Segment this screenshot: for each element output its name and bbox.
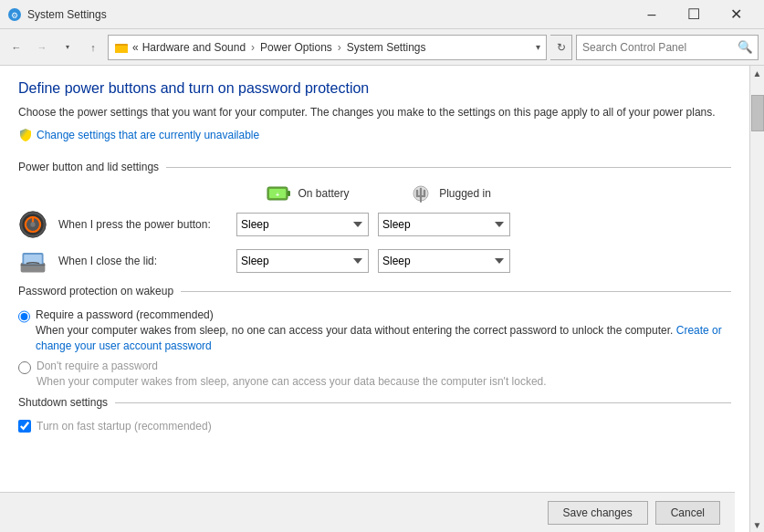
password-section: Require a password (recommended) When yo…: [18, 308, 731, 389]
dont-require-label: Don't require a password: [37, 360, 547, 372]
breadcrumb-hardware[interactable]: «: [132, 41, 139, 54]
shutdown-section-title: Shutdown settings: [18, 396, 108, 409]
address-bar: « Hardware and Sound › Power Options › S…: [108, 35, 547, 60]
change-settings-link[interactable]: Change settings that are currently unava…: [18, 128, 259, 142]
window-title: System Settings: [27, 8, 631, 21]
power-button-section-title: Power button and lid settings: [18, 161, 159, 173]
column-headers: + On battery Plugged in: [237, 184, 731, 203]
require-password-option: Require a password (recommended) When yo…: [18, 308, 731, 354]
dont-require-desc: When your computer wakes from sleep, any…: [37, 374, 547, 390]
scroll-down-button[interactable]: ▼: [750, 517, 765, 532]
power-button-icon: [18, 210, 47, 239]
up-button[interactable]: ↑: [82, 37, 104, 58]
require-password-content: Require a password (recommended) When yo…: [36, 308, 731, 354]
scrollbar-thumb[interactable]: [751, 95, 764, 131]
dont-require-password-radio[interactable]: [18, 361, 31, 374]
svg-text:⚙: ⚙: [11, 11, 18, 20]
fast-startup-row: Turn on fast startup (recommended): [18, 420, 731, 433]
power-button-row: When I press the power button: Sleep Hib…: [18, 210, 731, 239]
fast-startup-checkbox[interactable]: [18, 420, 31, 433]
fast-startup-label: Turn on fast startup (recommended): [37, 420, 212, 433]
breadcrumb-current: System Settings: [347, 41, 426, 54]
shutdown-section-divider: [115, 402, 731, 403]
back-button[interactable]: ←: [5, 37, 27, 58]
close-button[interactable]: ✕: [715, 0, 757, 29]
title-bar: ⚙ System Settings – ☐ ✕: [0, 0, 764, 29]
change-settings-label: Change settings that are currently unava…: [37, 129, 259, 141]
refresh-button[interactable]: ↻: [550, 35, 572, 60]
battery-icon: +: [267, 184, 292, 203]
lid-close-plugged-in-select[interactable]: Sleep Hibernate Shut down Turn off the d…: [378, 249, 510, 273]
maximize-button[interactable]: ☐: [673, 0, 715, 29]
lid-close-on-battery-select[interactable]: Sleep Hibernate Shut down Turn off the d…: [236, 249, 369, 273]
dont-require-password-option: Don't require a password When your compu…: [18, 360, 731, 390]
on-battery-header: + On battery: [237, 184, 379, 203]
svg-rect-5: [288, 191, 290, 196]
shield-uac-icon: [18, 128, 33, 142]
on-battery-label: On battery: [298, 187, 349, 200]
cancel-button[interactable]: Cancel: [655, 501, 720, 525]
page-title: Define power buttons and turn on passwor…: [18, 80, 731, 97]
svg-text:+: +: [276, 192, 279, 198]
breadcrumb-hardware-text[interactable]: Hardware and Sound: [142, 41, 246, 54]
main-content: Define power buttons and turn on passwor…: [0, 66, 749, 532]
search-button[interactable]: 🔍: [732, 36, 758, 59]
save-changes-button[interactable]: Save changes: [548, 501, 648, 525]
forward-button[interactable]: →: [31, 37, 53, 58]
password-section-title: Password protection on wakeup: [18, 285, 173, 297]
svg-rect-3: [115, 46, 128, 53]
plugged-in-label: Plugged in: [439, 187, 491, 200]
bottom-bar: Save changes Cancel: [0, 492, 735, 532]
require-password-desc: When your computer wakes from sleep, no …: [36, 323, 731, 354]
section-divider: [166, 167, 731, 168]
folder-icon: [114, 40, 129, 55]
breadcrumb-sep-2: ›: [338, 41, 341, 54]
content-wrapper: Define power buttons and turn on passwor…: [0, 66, 764, 532]
nav-bar: ← → ▾ ↑ « Hardware and Sound › Power Opt…: [0, 29, 764, 66]
scrollbar: ▲ ▼: [749, 66, 764, 532]
power-button-selects: Sleep Hibernate Shut down Turn off the d…: [236, 213, 510, 236]
lid-close-row: When I close the lid: Sleep Hibernate Sh…: [18, 246, 731, 276]
search-box: 🔍: [576, 35, 759, 60]
power-button-on-battery-select[interactable]: Sleep Hibernate Shut down Turn off the d…: [236, 213, 369, 236]
power-button-section-header: Power button and lid settings: [18, 161, 731, 173]
recent-pages-button[interactable]: ▾: [57, 37, 78, 58]
page-description: Choose the power settings that you want …: [18, 104, 731, 120]
power-button-plugged-in-select[interactable]: Sleep Hibernate Shut down Turn off the d…: [378, 213, 510, 236]
require-password-radio[interactable]: [18, 310, 30, 323]
lid-close-icon: [18, 246, 47, 276]
plugged-in-header: Plugged in: [379, 184, 520, 203]
breadcrumb-power[interactable]: Power Options: [260, 41, 332, 54]
lid-close-label: When I close the lid:: [58, 255, 236, 267]
dont-require-content: Don't require a password When your compu…: [37, 360, 547, 390]
require-password-label: Require a password (recommended): [36, 308, 731, 321]
window-controls: – ☐ ✕: [631, 0, 757, 29]
svg-rect-22: [21, 265, 46, 266]
lid-close-selects: Sleep Hibernate Shut down Turn off the d…: [236, 249, 510, 273]
password-section-header: Password protection on wakeup: [18, 285, 731, 297]
power-button-label: When I press the power button:: [58, 218, 236, 231]
minimize-button[interactable]: –: [631, 0, 673, 29]
shutdown-section-header: Shutdown settings: [18, 396, 731, 409]
breadcrumb-sep-1: ›: [251, 41, 255, 54]
address-dropdown-icon[interactable]: ▾: [536, 42, 540, 52]
scroll-up-button[interactable]: ▲: [750, 66, 765, 80]
search-input[interactable]: [577, 41, 732, 54]
svg-point-18: [30, 222, 35, 226]
app-icon: ⚙: [7, 7, 22, 22]
password-section-divider: [181, 291, 731, 292]
plug-icon: [408, 184, 434, 203]
